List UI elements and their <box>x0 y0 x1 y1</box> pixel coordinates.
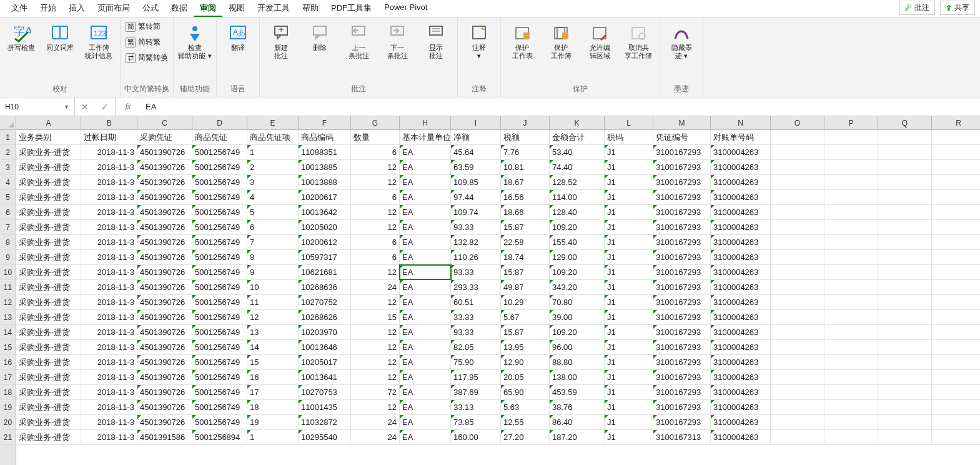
cell-H5[interactable]: EA <box>400 190 451 204</box>
cell-G19[interactable]: 12 <box>351 400 400 414</box>
cell-M3[interactable]: 3100167293 <box>653 160 711 174</box>
cell-G16[interactable]: 12 <box>351 355 400 369</box>
cell-R9[interactable] <box>932 250 980 264</box>
cell-C12[interactable]: 4501390726 <box>137 295 192 309</box>
cell-C11[interactable]: 4501390726 <box>137 280 192 294</box>
cell-B13[interactable]: 2018-11-3 <box>81 310 137 324</box>
cell-L21[interactable]: J1 <box>605 430 653 444</box>
hide-ink-button[interactable]: 隐藏墨 迹 ▾ <box>664 20 699 62</box>
cell-O8[interactable] <box>771 235 824 249</box>
simp-to-trad-button[interactable]: 繁简转繁 <box>124 36 169 49</box>
cell-I2[interactable]: 45.64 <box>451 145 501 159</box>
cell-M11[interactable]: 3100167293 <box>653 280 711 294</box>
cell-O17[interactable] <box>771 370 824 384</box>
new-comment-button[interactable]: +新建 批注 <box>264 20 299 62</box>
cell-L14[interactable]: J1 <box>605 325 653 339</box>
cell-H17[interactable]: EA <box>400 370 451 384</box>
cell-P17[interactable] <box>824 370 878 384</box>
cell-R15[interactable] <box>932 340 980 354</box>
col-header-J[interactable]: J <box>501 116 550 129</box>
cell-B17[interactable]: 2018-11-3 <box>81 370 137 384</box>
cell-O5[interactable] <box>771 190 824 204</box>
cell-R17[interactable] <box>932 370 980 384</box>
cell-H20[interactable]: EA <box>400 415 451 429</box>
cell-E6[interactable]: 5 <box>247 205 299 219</box>
cell-C9[interactable]: 4501390726 <box>137 250 192 264</box>
cell-O12[interactable] <box>771 295 824 309</box>
cell-R13[interactable] <box>932 310 980 324</box>
cell-A12[interactable]: 采购业务-进货 <box>16 295 81 309</box>
cell-R10[interactable] <box>932 265 980 279</box>
cell-J11[interactable]: 49.87 <box>501 280 550 294</box>
cell-K10[interactable]: 109.20 <box>550 265 605 279</box>
cell-K12[interactable]: 70.80 <box>550 295 605 309</box>
cell-B20[interactable]: 2018-11-3 <box>81 415 137 429</box>
cell-L17[interactable]: J1 <box>605 370 653 384</box>
cell-R4[interactable] <box>932 175 980 189</box>
cell-A18[interactable]: 采购业务-进货 <box>16 385 81 399</box>
cell-N12[interactable]: 3100004263 <box>711 295 771 309</box>
cell-B7[interactable]: 2018-11-3 <box>81 220 137 234</box>
cell-A20[interactable]: 采购业务-进货 <box>16 415 81 429</box>
cell-Q21[interactable] <box>878 430 932 444</box>
row-header-17[interactable]: 17 <box>0 370 16 385</box>
cell-R5[interactable] <box>932 190 980 204</box>
cell-Q18[interactable] <box>878 385 932 399</box>
col-header-A[interactable]: A <box>16 116 81 129</box>
cell-H18[interactable]: EA <box>400 385 451 399</box>
cell-C2[interactable]: 4501390726 <box>137 145 192 159</box>
cell-E18[interactable]: 17 <box>247 385 299 399</box>
cell-N9[interactable]: 3100004263 <box>711 250 771 264</box>
cell-F9[interactable]: 10597317 <box>299 250 351 264</box>
cell-J18[interactable]: 65.90 <box>501 385 550 399</box>
cell-B4[interactable]: 2018-11-3 <box>81 175 137 189</box>
cell-F20[interactable]: 11032872 <box>299 415 351 429</box>
cell-G2[interactable]: 6 <box>351 145 400 159</box>
cell-H19[interactable]: EA <box>400 400 451 414</box>
cell-O21[interactable] <box>771 430 824 444</box>
cell-A7[interactable]: 采购业务-进货 <box>16 220 81 234</box>
cell-N16[interactable]: 3100004263 <box>711 355 771 369</box>
cell-K18[interactable]: 453.59 <box>550 385 605 399</box>
cell-L16[interactable]: J1 <box>605 355 653 369</box>
cell-R18[interactable] <box>932 385 980 399</box>
cell-R21[interactable] <box>932 430 980 444</box>
cell-M7[interactable]: 3100167293 <box>653 220 711 234</box>
cell-I17[interactable]: 117.95 <box>451 370 501 384</box>
cell-P2[interactable] <box>824 145 878 159</box>
cell-K1[interactable]: 金额合计 <box>550 130 605 144</box>
cell-P16[interactable] <box>824 355 878 369</box>
cell-H11[interactable]: EA <box>400 280 451 294</box>
cell-P19[interactable] <box>824 400 878 414</box>
cell-A10[interactable]: 采购业务-进货 <box>16 265 81 279</box>
cell-P11[interactable] <box>824 280 878 294</box>
cell-P4[interactable] <box>824 175 878 189</box>
cell-L6[interactable]: J1 <box>605 205 653 219</box>
cell-B18[interactable]: 2018-11-3 <box>81 385 137 399</box>
cell-H7[interactable]: EA <box>400 220 451 234</box>
cell-P8[interactable] <box>824 235 878 249</box>
cell-Q7[interactable] <box>878 220 932 234</box>
cell-A8[interactable]: 采购业务-进货 <box>16 235 81 249</box>
cell-E7[interactable]: 6 <box>247 220 299 234</box>
cell-K19[interactable]: 38.76 <box>550 400 605 414</box>
cell-N6[interactable]: 3100004263 <box>711 205 771 219</box>
cell-K11[interactable]: 343.20 <box>550 280 605 294</box>
cell-F17[interactable]: 10013641 <box>299 370 351 384</box>
notes-button[interactable]: 注释 ▾ <box>462 20 497 62</box>
cell-M16[interactable]: 3100167293 <box>653 355 711 369</box>
cell-M18[interactable]: 3100167293 <box>653 385 711 399</box>
cell-A17[interactable]: 采购业务-进货 <box>16 370 81 384</box>
cell-P10[interactable] <box>824 265 878 279</box>
cell-O19[interactable] <box>771 400 824 414</box>
cell-P9[interactable] <box>824 250 878 264</box>
cell-B21[interactable]: 2018-11-3 <box>81 430 137 444</box>
cell-L12[interactable]: J1 <box>605 295 653 309</box>
cell-D20[interactable]: 5001256749 <box>192 415 247 429</box>
row-header-3[interactable]: 3 <box>0 160 16 175</box>
cell-N17[interactable]: 3100004263 <box>711 370 771 384</box>
col-header-R[interactable]: R <box>932 116 980 129</box>
cell-K3[interactable]: 74.40 <box>550 160 605 174</box>
cell-M10[interactable]: 3100167293 <box>653 265 711 279</box>
cell-A11[interactable]: 采购业务-进货 <box>16 280 81 294</box>
